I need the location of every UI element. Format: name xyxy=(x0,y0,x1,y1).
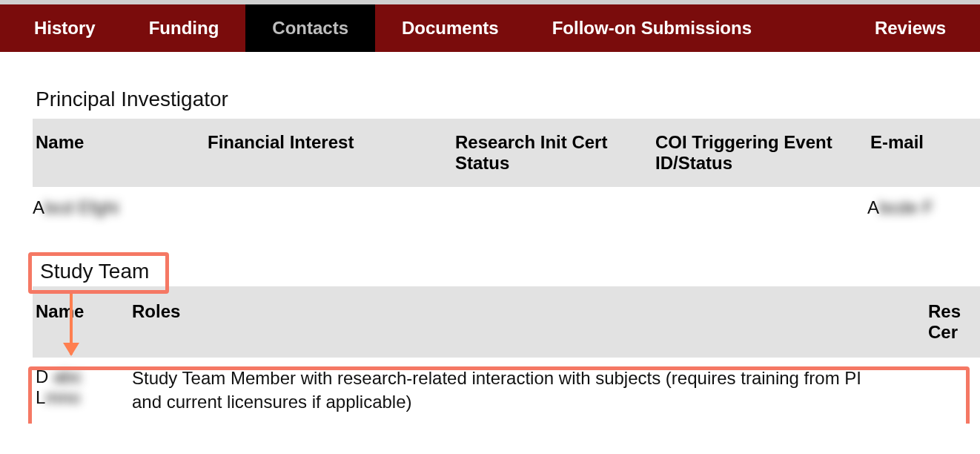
tab-documents[interactable]: Documents xyxy=(375,4,526,52)
main-tabs: History Funding Contacts Documents Follo… xyxy=(0,4,980,52)
pi-header-financial-interest: Financial Interest xyxy=(208,132,455,174)
study-team-header: Name Roles Res Cer xyxy=(33,286,980,358)
pi-row-coi xyxy=(652,197,867,218)
tab-funding[interactable]: Funding xyxy=(122,4,246,52)
pi-row-name: Abcd Efghi xyxy=(33,197,205,218)
pi-table-row: Abcd Efghi Abcde F xyxy=(33,187,980,228)
st-header-rest: Res Cer xyxy=(928,301,980,343)
tab-history[interactable]: History xyxy=(7,4,122,52)
pi-header-name: Name xyxy=(36,132,208,174)
pi-table-header: Name Financial Interest Research Init Ce… xyxy=(33,119,980,187)
st-header-name: Name xyxy=(36,301,132,343)
pi-header-email: E-mail xyxy=(870,132,980,174)
study-team-section: Study Team Name Roles Res Cer D abc Lmno… xyxy=(33,258,980,424)
pi-section: Principal Investigator Name Financial In… xyxy=(33,88,980,228)
study-team-row: D abc Lmno Study Team Member with resear… xyxy=(33,358,980,424)
tab-contacts[interactable]: Contacts xyxy=(245,4,375,52)
tab-follow-on-submissions[interactable]: Follow-on Submissions xyxy=(526,4,778,52)
study-team-title: Study Team xyxy=(36,258,153,285)
pi-row-financial-interest xyxy=(205,197,452,218)
pi-header-cert-status: Research Init Cert Status xyxy=(455,132,655,174)
pi-row-cert-status xyxy=(452,197,652,218)
st-header-roles: Roles xyxy=(132,301,928,343)
page-content: Principal Investigator Name Financial In… xyxy=(0,52,980,424)
pi-header-coi: COI Triggering Event ID/Status xyxy=(655,132,870,174)
tab-reviews[interactable]: Reviews xyxy=(848,4,973,52)
st-row-name: D abc Lmno xyxy=(36,366,132,415)
annotation-arrow xyxy=(70,292,73,355)
pi-row-email: Abcde F xyxy=(867,197,980,218)
pi-section-title: Principal Investigator xyxy=(36,88,980,111)
st-row-roles: Study Team Member with research-related … xyxy=(132,366,888,415)
